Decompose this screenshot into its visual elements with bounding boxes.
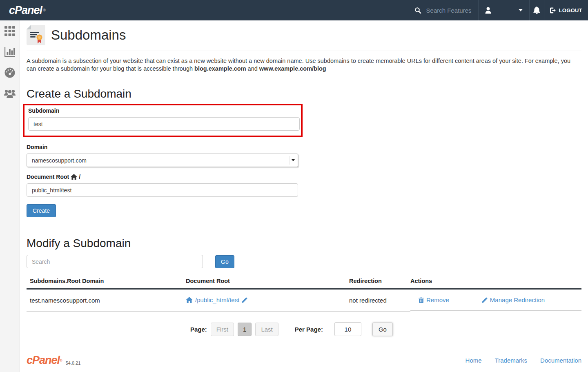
sidebar-item-user-manager[interactable] bbox=[4, 88, 16, 99]
sidebar-item-dashboard[interactable] bbox=[4, 67, 16, 78]
bar-chart-icon bbox=[4, 47, 15, 57]
docroot-input[interactable] bbox=[27, 183, 298, 197]
page-current-button[interactable]: 1 bbox=[238, 323, 252, 336]
logout-button[interactable]: LOGOUT bbox=[544, 0, 588, 20]
docroot-label-text: Document Root bbox=[27, 174, 69, 180]
create-button[interactable]: Create bbox=[27, 204, 56, 217]
page-description: A subdomain is a subsection of your webs… bbox=[27, 57, 581, 73]
registered-mark: ® bbox=[43, 8, 46, 12]
page-header: Subdomains bbox=[27, 20, 581, 51]
document-root-path: /public_html/test bbox=[195, 296, 239, 303]
footer-registered-mark: ® bbox=[60, 359, 62, 363]
main-content: Subdomains A subdomain is a subsection o… bbox=[20, 20, 588, 372]
sidebar bbox=[0, 20, 20, 372]
description-text-and: and bbox=[246, 65, 259, 72]
topbar-right: LOGOUT bbox=[407, 0, 588, 20]
home-icon bbox=[186, 297, 193, 303]
notifications-button[interactable] bbox=[529, 0, 544, 20]
cell-document-root: /public_html/test bbox=[186, 289, 349, 312]
header-actions: Actions bbox=[410, 274, 581, 289]
sidebar-item-home[interactable] bbox=[4, 26, 16, 36]
manage-redirection-label: Manage Redirection bbox=[490, 296, 545, 303]
table-header-row: Subdomains.Root Domain Document Root Red… bbox=[27, 274, 581, 289]
subdomains-table: Subdomains.Root Domain Document Root Red… bbox=[27, 274, 581, 312]
description-example-url: www.example.com/blog bbox=[259, 65, 326, 72]
feature-search[interactable] bbox=[407, 0, 478, 20]
red-annotation-box: Subdomain bbox=[23, 104, 303, 137]
chevron-down-icon bbox=[519, 9, 523, 11]
logout-icon bbox=[550, 7, 557, 13]
footer-links: Home Trademarks Documentation bbox=[466, 357, 581, 364]
remove-label: Remove bbox=[426, 296, 449, 303]
per-page-input[interactable] bbox=[334, 322, 361, 336]
gauge-icon bbox=[4, 67, 15, 78]
user-menu[interactable] bbox=[478, 0, 529, 20]
pencil-icon bbox=[482, 297, 488, 303]
per-page-go-button[interactable]: Go bbox=[372, 323, 393, 336]
page-title: Subdomains bbox=[51, 27, 126, 43]
create-subdomain-heading: Create a Subdomain bbox=[27, 87, 581, 100]
footer-link-home[interactable]: Home bbox=[466, 357, 482, 364]
docroot-slash: / bbox=[79, 174, 80, 180]
footer-link-documentation[interactable]: Documentation bbox=[540, 357, 581, 364]
footer-version: 54.0.21 bbox=[66, 361, 81, 365]
page-first-button[interactable]: First bbox=[211, 323, 234, 336]
cpanel-logo-text: cPanel bbox=[9, 4, 42, 17]
logout-label: LOGOUT bbox=[559, 7, 582, 13]
footer: cPanel ® 54.0.21 Home Trademarks Documen… bbox=[27, 354, 581, 367]
pencil-icon bbox=[242, 297, 247, 303]
manage-redirection-link[interactable]: Manage Redirection bbox=[482, 296, 545, 303]
cell-redirection: not redirected bbox=[349, 289, 410, 312]
grid-icon bbox=[4, 26, 15, 36]
subdomain-label: Subdomain bbox=[28, 107, 301, 114]
topbar: cPanel ® LOGOUT bbox=[0, 0, 588, 20]
cpanel-logo: cPanel ® bbox=[0, 0, 46, 20]
users-icon bbox=[4, 89, 16, 98]
home-icon bbox=[71, 174, 77, 180]
cell-actions: Remove Manage Redirection bbox=[410, 290, 581, 311]
footer-cpanel-logo: cPanel bbox=[27, 354, 60, 367]
footer-link-trademarks[interactable]: Trademarks bbox=[495, 357, 527, 364]
subdomain-input[interactable] bbox=[28, 117, 300, 131]
sidebar-item-statistics[interactable] bbox=[4, 47, 16, 57]
domain-select[interactable]: namescosupport.com bbox=[27, 154, 298, 167]
trash-icon bbox=[419, 297, 424, 303]
header-redirection: Redirection bbox=[349, 274, 410, 289]
domain-label: Domain bbox=[27, 144, 581, 150]
document-root-link[interactable]: /public_html/test bbox=[186, 296, 247, 303]
table-search-row: Go bbox=[27, 255, 581, 268]
remove-link[interactable]: Remove bbox=[419, 296, 449, 303]
table-search-input[interactable] bbox=[27, 255, 203, 268]
search-features-input[interactable] bbox=[426, 7, 471, 14]
subdomains-document-icon bbox=[27, 25, 45, 45]
select-caret-icon bbox=[290, 156, 296, 165]
header-document-root: Document Root bbox=[186, 274, 349, 289]
pagination: Page: First 1 Last Per Page: Go bbox=[190, 322, 581, 336]
docroot-label: Document Root / bbox=[27, 174, 581, 180]
modify-subdomain-heading: Modify a Subdomain bbox=[27, 237, 581, 250]
search-icon bbox=[414, 7, 421, 14]
table-search-go-button[interactable]: Go bbox=[215, 255, 234, 268]
page-label: Page: bbox=[190, 326, 207, 333]
header-subdomains-root-domain: Subdomains.Root Domain bbox=[27, 274, 186, 289]
bell-icon bbox=[533, 7, 540, 14]
per-page-label: Per Page: bbox=[295, 326, 323, 333]
cell-subdomain: test.namescosupport.com bbox=[27, 289, 186, 312]
page-last-button[interactable]: Last bbox=[255, 323, 278, 336]
user-icon bbox=[485, 7, 491, 14]
domain-select-value: namescosupport.com bbox=[32, 157, 87, 164]
description-example-domain: blog.example.com bbox=[194, 65, 246, 72]
table-row: test.namescosupport.com /public_html/tes… bbox=[27, 289, 581, 312]
